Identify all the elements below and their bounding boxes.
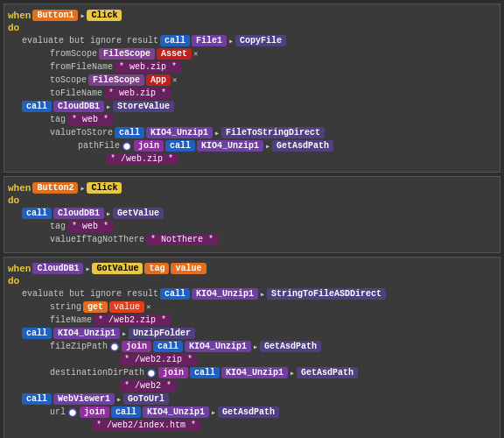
webzip-string2[interactable]: * web.zip *	[104, 88, 171, 99]
fromfilename-row: fromFileName * web.zip *	[50, 61, 496, 73]
valuetostore-row: valueToStore call KIO4_Unzip1 ▸ FileToSt…	[50, 127, 496, 138]
call-pill7: call	[22, 328, 52, 339]
block2: when Button2 ▸ Click do call CloudDB1 ▸ …	[4, 176, 500, 253]
copyfile-method[interactable]: CopyFile	[235, 35, 286, 46]
click-event2[interactable]: Click	[87, 182, 122, 194]
destdir-val-row: * /web2 *	[120, 380, 496, 392]
filezippath-val-row: * /web2.zip *	[120, 354, 496, 365]
web2zip-string[interactable]: * /web2.zip *	[94, 314, 171, 326]
tag-row2: tag * web *	[50, 221, 496, 232]
call-pill3: call	[115, 127, 144, 138]
join-dot4: ⬤	[68, 408, 77, 417]
kio4-pill3[interactable]: KIO4_Unzip1	[192, 288, 258, 300]
fromscope-row: fromScope FileScope Asset ✕	[50, 48, 496, 60]
clouddb1-pill[interactable]: CloudDB1	[53, 101, 104, 112]
indexhtm-path[interactable]: * /web2/index.htm *	[92, 420, 200, 431]
pathfile-row: pathFile ⬤ join call KIO4_Unzip1 ▸ GetAs…	[78, 140, 496, 152]
url-val-row: * /web2/index.htm *	[92, 420, 496, 431]
unzipfolder-method[interactable]: UnzipFolder	[129, 328, 195, 339]
when-keyword: when	[8, 11, 31, 21]
unzipfolder-row: call KIO4_Unzip1 ▸ UnzipFolder	[22, 328, 496, 339]
gotourl-method[interactable]: GoToUrl	[123, 393, 169, 405]
value-param[interactable]: value	[171, 263, 206, 274]
do-label-3: do	[8, 276, 496, 286]
webzip-string1[interactable]: * web.zip *	[115, 61, 181, 73]
stringtofile-row: evaluate but ignore result call KIO4_Unz…	[22, 288, 496, 300]
button1-pill[interactable]: Button1	[32, 10, 78, 21]
call-pill6: call	[160, 288, 190, 300]
call-pill11: call	[111, 406, 141, 418]
kio4-pill7[interactable]: KIO4_Unzip1	[143, 406, 209, 418]
copyfile-row: evaluate but ignore result call File1 ▸ …	[22, 35, 496, 46]
web2zip-path[interactable]: * /web2.zip *	[120, 354, 197, 365]
filezippath-row: fileZipPath ⬤ join call KIO4_Unzip1 ▸ Ge…	[50, 341, 496, 352]
tofilename-row: toFileName * web.zip *	[50, 88, 496, 99]
nothere-row: valueIfTagNotThere * NotThere *	[50, 234, 496, 245]
clouddb1-pill3[interactable]: CloudDB1	[32, 263, 83, 274]
block1: when Button1 ▸ Click do evaluate but ign…	[4, 4, 500, 173]
gotvalue-event[interactable]: GotValue	[92, 263, 143, 274]
webzip-path[interactable]: * /web.zip *	[106, 153, 178, 165]
join-dot1: ⬤	[122, 142, 131, 151]
asset-pill[interactable]: Asset	[157, 48, 192, 60]
destdir-row: destinationDirPath ⬤ join call KIO4_Unzi…	[50, 367, 496, 378]
stringtofile-method[interactable]: StringToFileASDDirect	[267, 288, 386, 300]
kio4-pill4[interactable]: KIO4_Unzip1	[53, 328, 120, 339]
tag-row1: tag * web *	[50, 114, 496, 125]
getasdpath-method1[interactable]: GetAsdPath	[272, 140, 333, 152]
notthere-val[interactable]: * NotThere *	[146, 234, 218, 245]
click-event[interactable]: Click	[87, 10, 122, 21]
storevalue-row: call CloudDB1 ▸ StoreValue	[22, 101, 496, 112]
get-keyword: get	[83, 301, 108, 313]
join-dot2: ⬤	[110, 343, 119, 351]
filescope-pill2[interactable]: FileScope	[88, 74, 144, 86]
kio4-pill6[interactable]: KIO4_Unzip1	[221, 367, 288, 378]
call-pill5: call	[22, 208, 52, 219]
url-row: url ⬤ join call KIO4_Unzip1 ▸ GetAsdPath	[50, 406, 496, 418]
storevalue-method[interactable]: StoreValue	[113, 101, 174, 112]
kio4-pill5[interactable]: KIO4_Unzip1	[185, 341, 251, 352]
join-pill1[interactable]: join	[134, 140, 164, 152]
gotourl-row: call WebViewer1 ▸ GoToUrl	[22, 393, 496, 405]
call-pill: call	[160, 35, 190, 46]
tag-param[interactable]: tag	[144, 263, 169, 274]
getvalue-method[interactable]: GetValue	[113, 208, 164, 219]
join-pill2[interactable]: join	[122, 341, 151, 352]
getvalue-row: call CloudDB1 ▸ GetValue	[22, 208, 496, 219]
kio4-pill1[interactable]: KIO4_Unzip1	[146, 127, 213, 138]
filescope-pill[interactable]: FileScope	[99, 48, 155, 60]
webviewer1-pill[interactable]: WebViewer1	[53, 393, 115, 405]
value-get[interactable]: value	[109, 301, 144, 313]
join-pill4[interactable]: join	[80, 406, 109, 418]
kio4-pill2[interactable]: KIO4_Unzip1	[197, 140, 263, 152]
filename-row: fileName * /web2.zip *	[50, 314, 496, 326]
string-row: string get value ✕	[50, 301, 496, 313]
app-pill[interactable]: App	[146, 74, 171, 86]
do-label-1: do	[8, 23, 496, 33]
block3: when CloudDB1 ▸ GotValue tag value do ev…	[4, 257, 500, 438]
join-dot3: ⬤	[147, 369, 156, 378]
pathfile-val-row: * /web.zip *	[106, 153, 496, 165]
call-pill8: call	[153, 341, 183, 352]
call-pill10: call	[22, 393, 52, 405]
call-pill4: call	[165, 140, 195, 152]
web2-path[interactable]: * /web2 *	[120, 380, 176, 392]
getasdpath-method3[interactable]: GetAsdPath	[297, 367, 358, 378]
filetostringdirect-method[interactable]: FileToStringDirect	[221, 127, 325, 138]
block2-header: when Button2 ▸ Click	[8, 182, 496, 194]
web-tag[interactable]: * web *	[67, 114, 113, 125]
block3-header: when CloudDB1 ▸ GotValue tag value	[8, 263, 496, 274]
button2-pill[interactable]: Button2	[32, 182, 78, 194]
block1-header: when Button1 ▸ Click	[8, 10, 496, 21]
call-pill9: call	[190, 367, 220, 378]
do-label-2: do	[8, 195, 496, 206]
call-pill2: call	[22, 101, 52, 112]
file1-pill[interactable]: File1	[192, 35, 227, 46]
clouddb1-pill2[interactable]: CloudDB1	[53, 208, 104, 219]
toscope-row: toScope FileScope App ✕	[50, 74, 496, 86]
getasdpath-method4[interactable]: GetAsdPath	[218, 406, 279, 418]
join-pill3[interactable]: join	[158, 367, 188, 378]
getasdpath-method2[interactable]: GetAsdPath	[260, 341, 321, 352]
web-tag2[interactable]: * web *	[67, 221, 113, 232]
